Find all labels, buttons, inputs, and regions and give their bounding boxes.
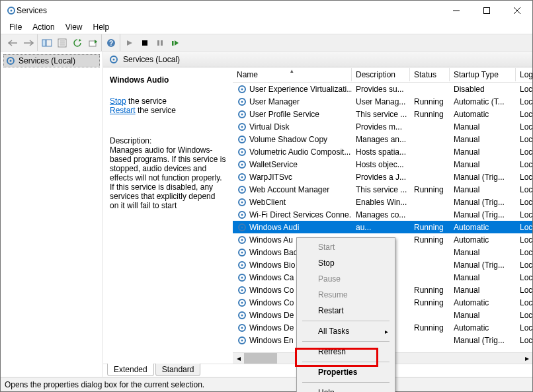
service-startup: Manual (Trig...: [450, 260, 516, 270]
ctx-help[interactable]: Help: [298, 385, 393, 392]
service-name: Volume Shadow Copy: [249, 135, 327, 144]
export-button[interactable]: [85, 36, 100, 50]
service-name: Virtual Disk: [249, 122, 289, 132]
restart-link[interactable]: Restart: [110, 106, 136, 115]
nav-services-local[interactable]: Services (Local): [3, 54, 100, 67]
ctx-start[interactable]: Start: [298, 239, 393, 255]
svg-point-48: [241, 239, 243, 241]
properties-toolbar-button[interactable]: [55, 36, 69, 50]
service-desc: User Manag...: [352, 97, 410, 106]
service-status: Running: [410, 235, 450, 245]
ctx-refresh[interactable]: Refresh: [298, 344, 393, 360]
menu-file[interactable]: File: [5, 21, 26, 33]
service-startup: Automatic: [450, 298, 516, 307]
scroll-right-arrow[interactable]: ▸: [521, 353, 532, 364]
service-name: User Experience Virtualizati...: [249, 85, 352, 94]
ctx-resume[interactable]: Resume: [298, 287, 393, 303]
pause-service-button[interactable]: [153, 36, 167, 50]
service-logon: Loca: [516, 135, 532, 144]
ctx-stop[interactable]: Stop: [298, 255, 393, 271]
service-icon: [237, 297, 247, 308]
minimize-button[interactable]: [441, 1, 472, 20]
table-row[interactable]: Virtual DiskProvides m...ManualLoca: [233, 120, 532, 133]
service-logon: Loca: [516, 235, 532, 245]
scroll-left-arrow[interactable]: ◂: [233, 353, 244, 364]
table-row[interactable]: WalletServiceHosts objec...ManualLoca: [233, 158, 532, 171]
svg-point-24: [241, 88, 243, 90]
scroll-thumb[interactable]: [244, 353, 277, 364]
service-status: Running: [410, 97, 450, 106]
content-header-icon: [108, 54, 119, 65]
col-description[interactable]: Description: [352, 68, 410, 81]
service-logon: Loca: [516, 260, 532, 270]
table-row[interactable]: WarpJITSvcProvides a J...Manual (Trig...…: [233, 171, 532, 183]
forward-button[interactable]: [21, 36, 36, 50]
service-startup: Automatic: [450, 223, 516, 232]
menu-view[interactable]: View: [61, 21, 87, 33]
svg-point-22: [113, 58, 115, 60]
show-hide-tree-button[interactable]: [40, 36, 54, 50]
service-desc: Manages co...: [352, 210, 410, 219]
ctx-properties[interactable]: Properties: [298, 364, 393, 380]
table-row[interactable]: Web Account ManagerThis service ...Runni…: [233, 183, 532, 196]
maximize-button[interactable]: [472, 1, 502, 20]
service-name: Windows Au: [249, 235, 293, 245]
service-icon: [237, 210, 247, 220]
description-label: Description:: [110, 136, 226, 145]
svg-rect-18: [172, 41, 174, 46]
help-button[interactable]: ?: [104, 36, 118, 50]
window-title: Services: [17, 6, 441, 15]
services-window: Services File Action View Help ?: [0, 0, 533, 392]
table-row[interactable]: Wi-Fi Direct Services Conne...Manages co…: [233, 208, 532, 221]
table-row[interactable]: Windows Audiau...RunningAutomaticLoca: [233, 221, 532, 233]
service-icon: [237, 147, 247, 157]
col-log-on-as[interactable]: Log: [516, 68, 532, 81]
menu-action[interactable]: Action: [28, 21, 59, 33]
start-service-button[interactable]: [122, 36, 137, 50]
table-row[interactable]: Volumetric Audio Composit...Hosts spatia…: [233, 145, 532, 158]
tab-extended[interactable]: Extended: [107, 364, 154, 376]
service-logon: Loca: [516, 311, 532, 320]
col-status[interactable]: Status: [410, 68, 450, 81]
table-row[interactable]: User Experience Virtualizati...Provides …: [233, 83, 532, 95]
service-desc: au...: [352, 223, 410, 232]
svg-rect-17: [161, 40, 163, 46]
service-startup: Manual (Trig...: [450, 198, 516, 207]
svg-rect-6: [42, 40, 46, 46]
service-status: Running: [410, 223, 450, 232]
table-row[interactable]: User Profile ServiceThis service ...Runn…: [233, 108, 532, 120]
service-logon: Loca: [516, 336, 532, 345]
table-row[interactable]: User ManagerUser Manag...RunningAutomati…: [233, 95, 532, 108]
col-startup-type[interactable]: Startup Type: [450, 68, 516, 81]
stop-link[interactable]: Stop: [110, 97, 126, 106]
ctx-all-tasks[interactable]: All Tasks▸: [298, 323, 393, 339]
svg-rect-3: [484, 8, 490, 14]
service-icon: [237, 197, 247, 208]
service-desc: This service ...: [352, 110, 410, 119]
service-name: Windows Co: [249, 298, 294, 307]
back-button[interactable]: [6, 36, 20, 50]
service-name: WarpJITSvc: [249, 173, 292, 182]
menu-help[interactable]: Help: [89, 21, 114, 33]
service-name: Windows Bio: [249, 260, 295, 270]
restart-service-button[interactable]: [168, 36, 183, 50]
service-startup: Manual: [450, 160, 516, 169]
table-row[interactable]: WebClientEnables Win...Manual (Trig...Lo…: [233, 196, 532, 208]
table-row[interactable]: Volume Shadow CopyManages an...ManualLoc…: [233, 133, 532, 145]
service-icon: [237, 247, 247, 258]
ctx-sep-4: [302, 382, 390, 383]
service-logon: Loca: [516, 286, 532, 295]
tab-standard[interactable]: Standard: [155, 364, 201, 376]
status-bar: Opens the properties dialog box for the …: [1, 377, 532, 391]
service-logon: Loca: [516, 223, 532, 232]
service-icon: [237, 272, 247, 283]
ctx-restart[interactable]: Restart: [298, 303, 393, 319]
close-button[interactable]: [502, 1, 532, 20]
col-name[interactable]: Name▴: [233, 68, 352, 81]
stop-service-button[interactable]: [138, 36, 152, 50]
service-name: Web Account Manager: [249, 185, 329, 194]
refresh-button[interactable]: [70, 36, 85, 50]
service-startup: Automatic (T...: [450, 97, 516, 106]
sort-asc-icon: ▴: [290, 68, 294, 74]
ctx-pause[interactable]: Pause: [298, 271, 393, 287]
